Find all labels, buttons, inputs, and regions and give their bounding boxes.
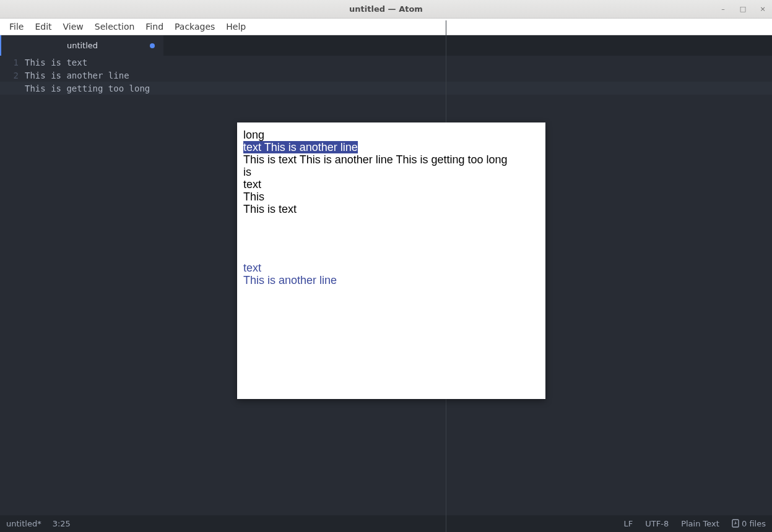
menu-find[interactable]: Find — [140, 20, 169, 33]
suggestion-detail: text — [243, 262, 539, 274]
tab-modified-indicator-icon — [150, 43, 155, 48]
menu-packages[interactable]: Packages — [169, 20, 220, 33]
status-git-text: 0 files — [742, 519, 766, 528]
status-cursor-position[interactable]: 3:25 — [53, 519, 71, 528]
minimize-button[interactable]: – — [719, 5, 727, 13]
suggestion-item[interactable]: text — [243, 178, 539, 191]
menu-view[interactable]: View — [58, 20, 89, 33]
status-filename[interactable]: untitled* — [6, 519, 41, 528]
window-titlebar: untitled — Atom – □ × — [0, 0, 772, 19]
status-encoding[interactable]: UTF-8 — [645, 519, 669, 528]
menu-file[interactable]: File — [4, 20, 29, 33]
line-number-gutter: 1 2 3 — [0, 56, 25, 515]
menubar: File Edit View Selection Find Packages H… — [0, 19, 772, 35]
suggestion-item[interactable]: This is text — [243, 203, 539, 215]
tab-untitled[interactable]: untitled — [0, 35, 163, 56]
maximize-button[interactable]: □ — [739, 5, 747, 13]
suggestion-detail: This is another line — [243, 274, 539, 286]
code-line: This is text — [25, 58, 87, 67]
autocomplete-popup[interactable]: long text This is another line This is t… — [237, 122, 545, 399]
suggestion-item[interactable]: is — [243, 166, 539, 178]
line-number: 2 — [0, 69, 19, 82]
tab-title: untitled — [67, 41, 98, 50]
menu-selection[interactable]: Selection — [89, 20, 141, 33]
suggestion-item[interactable]: This is text This is another line This i… — [243, 153, 539, 166]
suggestion-item[interactable]: This — [243, 191, 539, 203]
git-diff-icon — [732, 519, 739, 528]
window-title: untitled — Atom — [0, 4, 772, 14]
menu-edit[interactable]: Edit — [29, 20, 57, 33]
close-button[interactable]: × — [758, 5, 767, 13]
status-git[interactable]: 0 files — [732, 519, 766, 528]
status-line-ending[interactable]: LF — [624, 519, 633, 528]
line-number: 1 — [0, 56, 19, 69]
status-bar: untitled* 3:25 LF UTF-8 Plain Text 0 fil… — [0, 515, 772, 532]
menu-help[interactable]: Help — [220, 20, 251, 33]
status-grammar[interactable]: Plain Text — [681, 519, 719, 528]
suggestion-item-selected[interactable]: text This is another line — [243, 141, 539, 153]
suggestion-item[interactable]: long — [243, 129, 539, 141]
code-line: This is another line — [25, 71, 129, 80]
code-line: This is getting too long — [25, 84, 150, 93]
tab-bar: untitled — [0, 35, 772, 56]
